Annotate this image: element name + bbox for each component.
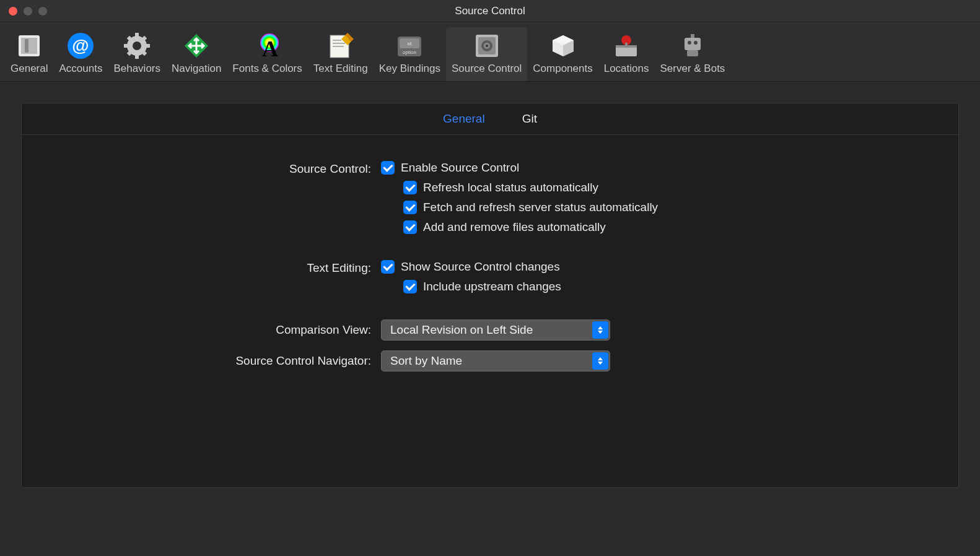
toolbar-fonts-colors[interactable]: A Fonts & Colors bbox=[227, 27, 307, 81]
svg-rect-44 bbox=[691, 34, 694, 38]
toolbar-label: Text Editing bbox=[313, 63, 368, 75]
window-title: Source Control bbox=[455, 5, 525, 17]
toolbar-label: Accounts bbox=[59, 63, 102, 75]
source-control-label: Source Control: bbox=[46, 161, 381, 176]
toolbar-locations[interactable]: Locations bbox=[598, 27, 655, 81]
refresh-local-checkbox[interactable] bbox=[403, 181, 417, 194]
comparison-view-row: Comparison View: Local Revision on Left … bbox=[46, 319, 934, 341]
include-upstream-checkbox[interactable] bbox=[403, 280, 417, 293]
comparison-view-label: Comparison View: bbox=[46, 323, 381, 337]
svg-rect-39 bbox=[625, 43, 628, 48]
svg-rect-8 bbox=[124, 44, 129, 48]
select-arrows-icon bbox=[592, 321, 608, 339]
toolbar-label: Server & Bots bbox=[660, 63, 725, 75]
svg-point-14 bbox=[133, 41, 141, 50]
toolbar-label: Source Control bbox=[452, 63, 522, 75]
svg-point-32 bbox=[486, 45, 488, 47]
toolbar-navigation[interactable]: Navigation bbox=[166, 27, 227, 81]
pin-disk-icon bbox=[611, 31, 641, 61]
source-control-section: Source Control: Enable Source Control Re… bbox=[46, 161, 934, 240]
toolbar-behaviors[interactable]: Behaviors bbox=[108, 27, 166, 81]
select-arrows-icon bbox=[592, 352, 608, 370]
text-editing-label: Text Editing: bbox=[46, 260, 381, 275]
svg-point-41 bbox=[688, 41, 691, 45]
keyboard-key-icon: altoption bbox=[395, 31, 424, 61]
svg-text:option: option bbox=[403, 50, 416, 55]
add-remove-label: Add and remove files automatically bbox=[423, 220, 606, 234]
svg-rect-43 bbox=[687, 50, 698, 56]
toolbar-accounts[interactable]: @ Accounts bbox=[53, 27, 108, 81]
enable-source-control-row: Enable Source Control bbox=[381, 161, 934, 175]
toolbar-label: Locations bbox=[604, 63, 649, 75]
text-editing-section: Text Editing: Show Source Control change… bbox=[46, 260, 934, 300]
fetch-server-label: Fetch and refresh server status automati… bbox=[423, 201, 658, 214]
at-icon: @ bbox=[66, 31, 95, 61]
show-changes-row: Show Source Control changes bbox=[381, 260, 934, 274]
toolbar-label: Navigation bbox=[172, 63, 221, 75]
add-remove-checkbox[interactable] bbox=[403, 220, 417, 234]
enable-source-control-checkbox[interactable] bbox=[381, 161, 395, 175]
navigator-value: Sort by Name bbox=[390, 354, 462, 368]
robot-icon bbox=[678, 31, 707, 61]
traffic-lights bbox=[0, 7, 47, 15]
svg-rect-40 bbox=[685, 38, 701, 50]
svg-text:alt: alt bbox=[408, 41, 412, 46]
toolbar-server-bots[interactable]: Server & Bots bbox=[654, 27, 730, 81]
toolbar-label: Key Bindings bbox=[379, 63, 440, 75]
form-area: Source Control: Enable Source Control Re… bbox=[22, 135, 958, 407]
svg-rect-1 bbox=[21, 38, 37, 54]
comparison-view-value: Local Revision on Left Side bbox=[390, 323, 533, 337]
toolbar-label: General bbox=[11, 63, 48, 75]
toolbar-label: Fonts & Colors bbox=[232, 63, 302, 75]
svg-text:A: A bbox=[262, 37, 278, 60]
add-remove-row: Add and remove files automatically bbox=[403, 220, 934, 234]
svg-point-42 bbox=[694, 41, 698, 45]
navigator-row: Source Control Navigator: Sort by Name bbox=[46, 350, 934, 371]
minimize-window-button[interactable] bbox=[24, 7, 32, 15]
vault-icon bbox=[472, 31, 502, 61]
show-changes-checkbox[interactable] bbox=[381, 260, 395, 274]
close-window-button[interactable] bbox=[9, 7, 17, 15]
move-icon bbox=[182, 31, 211, 61]
gear-icon bbox=[122, 31, 152, 61]
enable-source-control-label: Enable Source Control bbox=[401, 161, 519, 175]
navigator-label: Source Control Navigator: bbox=[46, 354, 381, 368]
zoom-window-button[interactable] bbox=[38, 7, 47, 15]
switch-icon bbox=[14, 31, 44, 61]
subtab-git[interactable]: Git bbox=[522, 112, 537, 126]
show-changes-label: Show Source Control changes bbox=[401, 260, 560, 274]
toolbar-key-bindings[interactable]: altoption Key Bindings bbox=[374, 27, 446, 81]
svg-text:@: @ bbox=[72, 36, 89, 55]
font-color-icon: A bbox=[253, 31, 282, 61]
svg-rect-6 bbox=[135, 33, 139, 38]
refresh-local-row: Refresh local status automatically bbox=[403, 181, 934, 194]
fetch-server-checkbox[interactable] bbox=[403, 201, 417, 214]
toolbar-label: Behaviors bbox=[113, 63, 160, 75]
toolbar-text-editing[interactable]: Text Editing bbox=[308, 27, 374, 81]
svg-rect-7 bbox=[135, 54, 139, 59]
toolbar-components[interactable]: Components bbox=[527, 27, 598, 81]
toolbar-label: Components bbox=[533, 63, 592, 75]
include-upstream-row: Include upstream changes bbox=[403, 280, 934, 293]
fetch-server-row: Fetch and refresh server status automati… bbox=[403, 201, 934, 214]
comparison-view-select[interactable]: Local Revision on Left Side bbox=[381, 319, 610, 341]
toolbar-general[interactable]: General bbox=[5, 27, 53, 81]
svg-rect-2 bbox=[25, 39, 28, 53]
include-upstream-label: Include upstream changes bbox=[423, 280, 561, 293]
titlebar: Source Control bbox=[0, 0, 980, 22]
box-icon bbox=[548, 31, 578, 61]
document-pencil-icon bbox=[326, 31, 356, 61]
navigator-select[interactable]: Sort by Name bbox=[381, 350, 610, 371]
preferences-toolbar: General @ Accounts Behaviors Navigation … bbox=[0, 22, 980, 82]
content-panel: General Git Source Control: Enable Sourc… bbox=[21, 103, 959, 488]
subtab-general[interactable]: General bbox=[443, 112, 485, 126]
svg-rect-9 bbox=[145, 44, 150, 48]
subtabs: General Git bbox=[22, 103, 958, 135]
refresh-local-label: Refresh local status automatically bbox=[423, 181, 598, 194]
toolbar-source-control[interactable]: Source Control bbox=[446, 27, 527, 81]
